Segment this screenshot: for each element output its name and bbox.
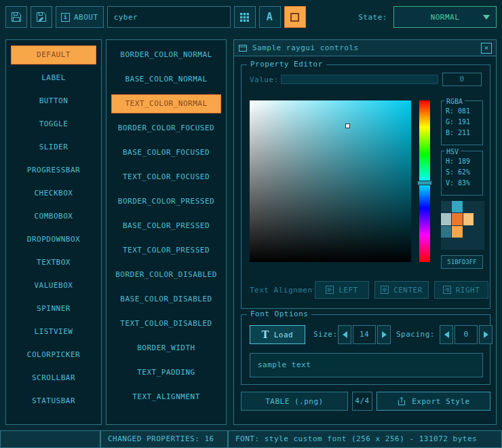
color-palette-button[interactable]: [284, 6, 306, 28]
palette-color-cell[interactable]: [474, 226, 484, 238]
control-list-item-slider[interactable]: SLIDER: [11, 138, 96, 157]
palette-color-cell[interactable]: [452, 238, 462, 250]
state-label: State:: [358, 13, 387, 22]
font-size-increment-button[interactable]: [377, 325, 391, 344]
font-spacing-increment-button[interactable]: [479, 325, 493, 344]
font-spacing-decrement-button[interactable]: [440, 325, 453, 344]
property-editor-group: Property Editor Value: 0 RGBA R: 081 G: …: [241, 64, 490, 309]
sample-controls-window: Sample raygui controls × Property Editor…: [233, 39, 497, 425]
property-list-item[interactable]: BORDER_WIDTH: [111, 339, 221, 358]
control-list-item-checkbox[interactable]: CHECKBOX: [11, 184, 96, 203]
control-list-item-combobox[interactable]: COMBOBOX: [11, 207, 96, 226]
control-list-item-spinner[interactable]: SPINNER: [11, 299, 96, 318]
about-button[interactable]: i ABOUT: [56, 6, 104, 28]
control-list-item-dropdownbox[interactable]: DROPDOWNBOX: [11, 230, 96, 249]
hex-value-box[interactable]: 51BFD3FF: [441, 255, 483, 269]
state-dropdown[interactable]: NORMAL: [393, 6, 497, 28]
window-icon: [238, 43, 248, 53]
style-name-input[interactable]: [107, 6, 231, 28]
palette-color-cell[interactable]: [474, 238, 484, 250]
palette-color-cell[interactable]: [452, 201, 462, 212]
control-list-item-default[interactable]: DEFAULT: [11, 45, 96, 64]
control-list-item-valuebox[interactable]: VALUEBOX: [11, 276, 96, 295]
palette-color-cell[interactable]: [441, 226, 451, 238]
palette-color-cell[interactable]: [474, 213, 484, 225]
property-list-item[interactable]: TEXT_COLOR_FOCUSED: [111, 168, 221, 187]
control-list-item-listview[interactable]: LISTVIEW: [11, 322, 96, 341]
palette-color-cell[interactable]: [452, 213, 462, 225]
font-size-value[interactable]: 14: [353, 325, 376, 344]
save-style-as-button[interactable]: [31, 6, 52, 28]
palette-color-cell[interactable]: [463, 201, 474, 212]
align-left-button[interactable]: LEFT: [315, 281, 369, 299]
statusbar: CHANGED PROPERTIES: 16 FONT: style custo…: [0, 430, 502, 448]
property-list-item[interactable]: BASE_COLOR_FOCUSED: [111, 143, 221, 162]
property-editor-group-label: Property Editor: [247, 60, 326, 69]
info-icon: i: [61, 13, 70, 22]
style-color-palette: [441, 201, 484, 250]
align-right-button[interactable]: RIGHT: [434, 281, 488, 299]
properties-list-panel: BORDER_COLOR_NORMAL BASE_COLOR_NORMAL TE…: [106, 39, 227, 425]
rgba-b-value: B: 211: [446, 128, 481, 138]
property-list-item[interactable]: BORDER_COLOR_NORMAL: [111, 45, 221, 64]
color-picker-panel[interactable]: [250, 100, 411, 262]
align-center-button[interactable]: CENTER: [374, 281, 429, 299]
hue-slider[interactable]: [419, 100, 430, 262]
palette-color-cell[interactable]: [441, 201, 451, 212]
property-list-item[interactable]: BORDER_COLOR_FOCUSED: [111, 119, 221, 138]
statusbar-left: [0, 430, 100, 448]
palette-color-cell[interactable]: [463, 213, 474, 225]
sample-text-input[interactable]: sample text: [250, 353, 483, 377]
property-list-item[interactable]: TEXT_COLOR_DISABLED: [111, 314, 221, 333]
property-list-item[interactable]: BORDER_COLOR_PRESSED: [111, 192, 221, 211]
value-label: Value:: [250, 75, 279, 84]
control-list-item-statusbar[interactable]: STATUSBAR: [11, 392, 96, 411]
hue-slider-handle[interactable]: [417, 181, 432, 185]
property-list-item[interactable]: BASE_COLOR_NORMAL: [111, 70, 221, 89]
palette-color-cell[interactable]: [452, 226, 462, 238]
floppy-disk-icon: [11, 12, 22, 22]
export-table-format-button[interactable]: TABLE (.png): [241, 392, 348, 411]
property-list-item[interactable]: BASE_COLOR_DISABLED: [111, 290, 221, 309]
value-slider[interactable]: [281, 75, 438, 84]
control-list-item-colorpicker[interactable]: COLORPICKER: [11, 346, 96, 365]
font-load-button[interactable]: T Load: [250, 325, 305, 344]
export-style-button[interactable]: Export Style: [376, 392, 490, 411]
font-atlas-button[interactable]: A: [259, 6, 281, 28]
color-picker-cursor[interactable]: [345, 124, 350, 128]
rgba-group-label: RGBA: [444, 96, 465, 107]
property-list-item[interactable]: TEXT_COLOR_PRESSED: [111, 241, 221, 260]
value-box[interactable]: 0: [442, 73, 482, 86]
arrow-left-icon: [343, 331, 347, 338]
control-list-item-scrollbar[interactable]: SCROLLBAR: [11, 369, 96, 388]
property-list-item[interactable]: BORDER_COLOR_DISABLED: [111, 265, 221, 284]
property-list-item[interactable]: BASE_COLOR_PRESSED: [111, 217, 221, 236]
controls-list-panel: DEFAULT LABEL BUTTON TOGGLE SLIDER PROGR…: [5, 39, 102, 425]
control-list-item-button[interactable]: BUTTON: [11, 92, 96, 111]
palette-color-cell[interactable]: [474, 201, 484, 212]
property-list-item[interactable]: TEXT_ALIGNMENT: [111, 388, 221, 407]
save-style-button[interactable]: [5, 6, 27, 28]
palette-color-cell[interactable]: [441, 238, 451, 250]
palette-color-cell[interactable]: [441, 213, 451, 225]
close-icon[interactable]: ×: [481, 43, 492, 54]
property-list-item[interactable]: TEXT_PADDING: [111, 363, 221, 382]
palette-color-cell[interactable]: [463, 238, 474, 250]
rgba-group: RGBA R: 081 G: 191 B: 211: [441, 100, 483, 145]
style-table-button[interactable]: [234, 6, 256, 28]
control-list-item-progressbar[interactable]: PROGRESSBAR: [11, 161, 96, 180]
font-size-decrement-button[interactable]: [338, 325, 351, 344]
property-list-item-selected[interactable]: TEXT_COLOR_NORMAL: [111, 94, 221, 113]
control-list-item-label[interactable]: LABEL: [11, 69, 96, 88]
control-list-item-textbox[interactable]: TEXTBOX: [11, 253, 96, 272]
hsv-s-value: S: 62%: [446, 167, 481, 178]
palette-color-cell[interactable]: [463, 226, 474, 238]
align-left-label: LEFT: [339, 286, 358, 295]
toolbar: i ABOUT A State: NORMAL: [0, 0, 502, 34]
window-titlebar[interactable]: Sample raygui controls ×: [234, 40, 496, 56]
floppy-disk-edit-icon: [36, 12, 47, 22]
font-spacing-value[interactable]: 0: [455, 325, 478, 344]
align-center-icon: [381, 286, 389, 294]
control-list-item-toggle[interactable]: TOGGLE: [11, 115, 96, 134]
arrow-left-icon: [444, 331, 449, 338]
